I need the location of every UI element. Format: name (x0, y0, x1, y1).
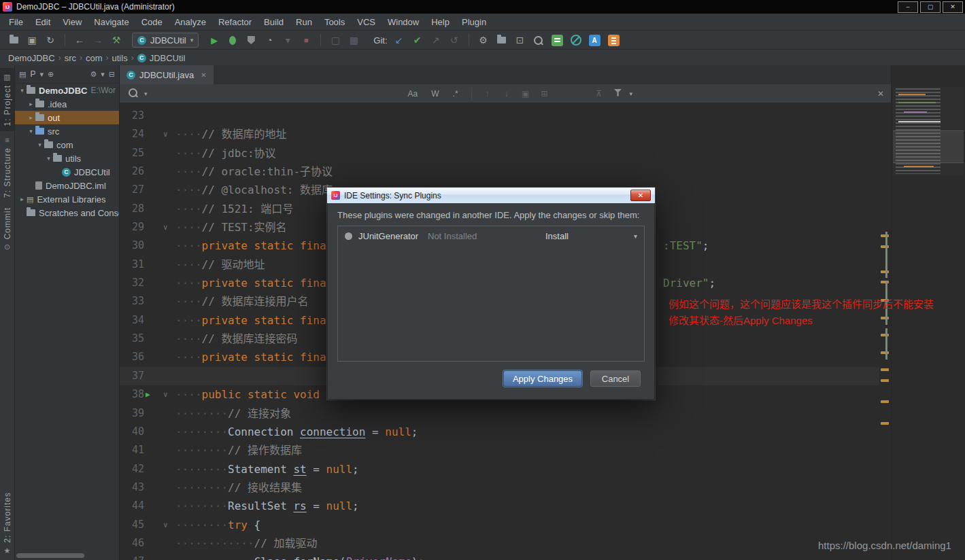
plugin-green-icon[interactable] (552, 35, 563, 46)
minimap-viewport[interactable] (893, 130, 964, 163)
code-line-43[interactable]: 43········// 接收结果集 (120, 478, 879, 497)
tree-item-src[interactable]: ▾src (15, 124, 119, 138)
fold-arrow-icon[interactable]: ∨ (163, 218, 168, 237)
menu-analyze[interactable]: Analyze (169, 14, 212, 30)
fold-arrow-icon[interactable]: ∨ (163, 516, 168, 534)
stripe-warning-mark[interactable] (881, 400, 889, 403)
more-run-options-icon[interactable]: ▾ (280, 33, 296, 48)
stripe-warning-mark[interactable] (881, 234, 889, 237)
project-view-icon[interactable]: ▤ (19, 70, 26, 79)
tab-close-icon[interactable]: ✕ (201, 71, 206, 79)
tree-collapsed-arrow[interactable]: ▸ (27, 101, 35, 107)
git-commit-icon[interactable]: ✔ (409, 33, 426, 48)
code-minimap[interactable] (893, 87, 964, 175)
close-find-icon[interactable]: ✕ (877, 89, 884, 99)
tree-item-utils[interactable]: ▾utils (15, 152, 119, 165)
menu-tools[interactable]: Tools (318, 14, 351, 30)
filter-funnel-icon[interactable] (611, 89, 626, 99)
code-line-41[interactable]: 41········// 操作数据库 (120, 441, 879, 459)
apply-changes-button[interactable]: Apply Changes (503, 370, 582, 387)
translate-blue-icon[interactable]: A (589, 35, 600, 46)
forward-icon[interactable]: → (90, 33, 106, 48)
regex-toggle[interactable]: .* (448, 89, 463, 99)
menu-refactor[interactable]: Refactor (212, 14, 258, 30)
menu-vcs[interactable]: VCS (351, 14, 382, 30)
stripe-warning-mark[interactable] (881, 270, 889, 273)
tree-item--idea[interactable]: ▸.idea (15, 97, 119, 111)
run-gutter-icon[interactable]: ▶ (146, 385, 150, 404)
close-button[interactable]: ✕ (943, 1, 963, 13)
layout-icon[interactable]: ▦ (345, 33, 362, 48)
stripe-warning-mark[interactable] (881, 368, 889, 371)
stripe-warning-mark[interactable] (881, 379, 889, 382)
stripe-warning-mark[interactable] (881, 245, 889, 248)
code-line-42[interactable]: 42········Statement st = null; (120, 460, 879, 478)
tree-item-jdbcutil[interactable]: CJDBCUtil (15, 165, 119, 179)
debug-bug-icon[interactable] (224, 33, 241, 48)
plugin-row[interactable]: JUnitGenerator Not Installed Install ▾ (338, 226, 644, 244)
add-selection-icon[interactable]: ⊞ (537, 89, 552, 99)
sync-icon[interactable]: ↻ (42, 33, 58, 48)
plugin-action-select[interactable]: Install (545, 231, 569, 241)
maximize-button[interactable]: ▢ (920, 1, 941, 13)
window-frame-icon[interactable]: ⊡ (512, 33, 528, 48)
fold-arrow-icon[interactable]: ∨ (163, 125, 168, 143)
tree-item-demojdbc-iml[interactable]: DemoJDBC.iml (15, 179, 119, 192)
stripe-warning-mark[interactable] (881, 422, 889, 425)
code-line-40[interactable]: 40········Connection connection = null; (120, 423, 879, 441)
menu-edit[interactable]: Edit (29, 14, 56, 30)
menu-build[interactable]: Build (258, 14, 290, 30)
code-line-25[interactable]: 25····// jdbc:协议 (120, 144, 879, 162)
attach-debugger-icon[interactable]: ▢ (327, 33, 343, 48)
project-view-label[interactable]: P (30, 69, 35, 79)
tree-expanded-arrow[interactable]: ▾ (44, 155, 53, 162)
menu-help[interactable]: Help (425, 14, 456, 30)
save-all-icon[interactable]: ▣ (24, 33, 40, 48)
match-case-toggle[interactable]: Aa (403, 89, 423, 99)
block-icon[interactable] (568, 33, 584, 48)
tool-button-commit[interactable]: Commit ⊙ (0, 203, 14, 256)
search-history-chevron-icon[interactable]: ▾ (144, 90, 148, 97)
next-occurrence-icon[interactable]: ↓ (499, 89, 514, 99)
select-all-occurrences-icon[interactable]: ▣ (518, 89, 533, 99)
git-history-icon[interactable]: ↺ (446, 33, 462, 48)
find-input[interactable] (152, 86, 399, 101)
cancel-button[interactable]: Cancel (590, 370, 641, 387)
tree-item-external-libraries[interactable]: ▸▤External Libraries (15, 192, 119, 206)
code-line-46[interactable]: 46············// 加载驱动 (120, 534, 879, 553)
gear-icon[interactable]: ⚙ (90, 70, 97, 79)
chevron-down-icon[interactable]: ▾ (39, 70, 44, 79)
menu-code[interactable]: Code (135, 14, 169, 30)
open-icon[interactable] (5, 33, 22, 48)
tree-item-com[interactable]: ▾com (15, 138, 119, 152)
tree-collapsed-arrow[interactable]: ▸ (27, 114, 35, 121)
build-hammer-icon[interactable]: ⚒ (108, 33, 124, 48)
locate-file-icon[interactable]: ⊕ (48, 70, 54, 79)
git-push-icon[interactable]: ↗ (428, 33, 444, 48)
filter-chevron-icon[interactable]: ▾ (630, 90, 633, 97)
words-toggle[interactable]: W (426, 89, 443, 99)
code-line-39[interactable]: 39········// 连接对象 (120, 404, 879, 423)
back-icon[interactable]: ← (71, 33, 88, 48)
profiler-icon[interactable]: ◔ (261, 33, 277, 48)
run-config-select[interactable]: C JDBCUtil ▾ (132, 33, 199, 48)
translate-orange-icon[interactable] (608, 35, 620, 46)
tool-button-favorites[interactable]: 2: Favorites ★ (0, 487, 14, 560)
breadcrumb-item-jdbcutil[interactable]: JDBCUtil (150, 53, 186, 63)
tree-item-out[interactable]: ▸out (15, 111, 119, 124)
tree-expanded-arrow[interactable]: ▾ (18, 87, 27, 94)
project-structure-icon[interactable] (494, 33, 510, 48)
code-line-45[interactable]: 45∨········try { (120, 516, 879, 534)
tree-expanded-arrow[interactable]: ▾ (35, 141, 44, 148)
menu-file[interactable]: File (3, 14, 29, 30)
gear-icon[interactable]: ⚙ (475, 33, 492, 48)
tree-item-demojdbc[interactable]: ▾DemoJDBC E:\Wor (15, 84, 119, 97)
tree-expanded-arrow[interactable]: ▾ (27, 128, 35, 135)
breadcrumb-item-com[interactable]: com (86, 53, 103, 63)
stripe-warning-mark[interactable] (881, 334, 889, 336)
code-line-26[interactable]: 26····// oracle:thin-子协议 (120, 162, 879, 181)
stop-icon[interactable]: ■ (298, 33, 314, 48)
code-line-44[interactable]: 44········ResultSet rs = null; (120, 497, 879, 515)
git-update-icon[interactable]: ↙ (391, 33, 407, 48)
run-icon[interactable]: ▶ (206, 33, 222, 48)
